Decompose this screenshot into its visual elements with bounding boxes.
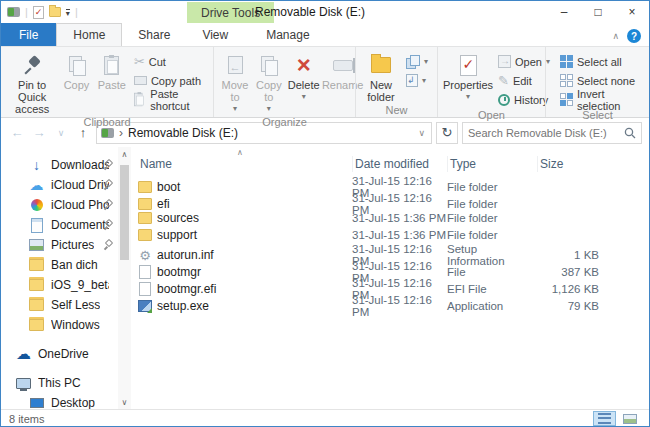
customize-toolbar-icon[interactable]: ▾: [66, 9, 70, 18]
table-row[interactable]: bootmgr31-Jul-15 12:16 PMFile387 KB: [131, 260, 649, 277]
scissors-icon: ✂: [134, 54, 145, 69]
navigation-pane: DownloadsiCloud DriveiCloud PhotoDocumen…: [1, 147, 131, 409]
properties-icon[interactable]: [33, 6, 44, 19]
column-header-date[interactable]: Date modified: [352, 156, 447, 172]
copy-path-button[interactable]: Copy path: [132, 72, 209, 89]
sidebar-item-icloud-drive[interactable]: iCloud Drive: [1, 175, 131, 195]
scrollbar-thumb[interactable]: [120, 165, 129, 260]
sort-ascending-icon: ∧: [237, 148, 243, 157]
status-bar: 8 items: [1, 409, 649, 427]
table-row[interactable]: bootmgr.efi31-Jul-15 12:16 PMEFI File1,1…: [131, 277, 649, 294]
large-icons-view-icon: [623, 414, 637, 424]
sidebar-item-this-pc[interactable]: This PC: [1, 373, 131, 393]
table-row[interactable]: setup.exe31-Jul-15 12:16 PMApplication79…: [131, 294, 649, 311]
sidebar-item-self-less[interactable]: Self Less: [1, 295, 131, 315]
file-name: sources: [154, 211, 352, 225]
table-row[interactable]: sources31-Jul-15 1:36 PMFile folder: [131, 209, 649, 226]
folder-icon: [29, 278, 44, 293]
easy-access-button[interactable]: ▾: [404, 72, 430, 89]
new-folder-icon[interactable]: [49, 7, 61, 17]
file-type: File folder: [447, 181, 537, 193]
drive-icon: [101, 128, 114, 138]
close-button[interactable]: ×: [615, 1, 649, 23]
button-label: Move to: [222, 79, 249, 103]
pin-icon: [104, 180, 114, 190]
paste-shortcut-button[interactable]: Paste shortcut: [132, 91, 209, 108]
open-button[interactable]: Open ▾: [496, 53, 552, 70]
history-button[interactable]: History: [496, 91, 552, 108]
collapse-ribbon-icon[interactable]: ∧: [612, 31, 619, 41]
copy-icon: [69, 56, 85, 75]
chevron-down-icon[interactable]: ∨: [418, 128, 427, 138]
edit-button[interactable]: ✎ Edit: [496, 72, 552, 89]
new-item-button[interactable]: ▾: [404, 53, 430, 70]
properties-button[interactable]: Properties ▾: [442, 49, 494, 103]
folder-icon: [29, 298, 44, 313]
table-row[interactable]: boot31-Jul-15 12:16 PMFile folder: [131, 175, 649, 192]
sidebar-item-ios-9-beta-4-ip[interactable]: iOS_9_beta_4__iP: [1, 275, 131, 295]
maximize-button[interactable]: □: [581, 1, 615, 23]
column-header-name[interactable]: Name: [138, 156, 352, 172]
pin-to-quick-access-button[interactable]: Pin to Quick access: [5, 49, 59, 115]
scroll-down-icon[interactable]: ∨: [122, 395, 128, 409]
tab-view[interactable]: View: [186, 23, 244, 46]
delete-button[interactable]: × Delete ▾: [286, 49, 322, 103]
ribbon-group-open: Properties ▾ Open ▾ ✎ Edit Hist: [437, 47, 545, 117]
table-row[interactable]: autorun.inf31-Jul-15 12:16 PMSetup Infor…: [131, 243, 649, 260]
sidebar-item-downloads[interactable]: Downloads: [1, 155, 131, 175]
folder-icon: [138, 211, 152, 225]
cut-button[interactable]: ✂ Cut: [132, 53, 209, 70]
search-input[interactable]: [468, 127, 624, 139]
help-icon[interactable]: ?: [627, 29, 641, 43]
sidebar-scrollbar[interactable]: ∧ ∨: [118, 147, 131, 409]
table-row[interactable]: support31-Jul-15 1:36 PMFile folder: [131, 226, 649, 243]
column-header-type[interactable]: Type: [447, 156, 537, 172]
sidebar-item-ban-dich[interactable]: Ban dich: [1, 255, 131, 275]
pin-icon: [104, 200, 114, 210]
folder-icon: [138, 197, 152, 211]
details-view-button[interactable]: [593, 411, 616, 426]
rename-icon: [333, 60, 353, 71]
invert-selection-button[interactable]: Invert selection: [558, 91, 645, 108]
easy-access-icon: [406, 74, 418, 87]
paste-button[interactable]: Paste: [94, 49, 130, 91]
column-headers: Name Date modified Type Size: [131, 153, 649, 175]
copy-button[interactable]: Copy: [59, 49, 93, 91]
file-name: efi: [154, 197, 352, 211]
sidebar-item-pictures[interactable]: Pictures: [1, 235, 131, 255]
scroll-up-icon[interactable]: ∧: [122, 147, 128, 161]
table-row[interactable]: efi31-Jul-15 12:16 PMFile folder: [131, 192, 649, 209]
tab-home[interactable]: Home: [56, 23, 122, 46]
pc-icon: [16, 376, 31, 391]
sidebar-item-icloud-photo[interactable]: iCloud Photo: [1, 195, 131, 215]
select-none-button[interactable]: Select none: [558, 72, 645, 89]
group-label-new: New: [360, 103, 433, 118]
sidebar-item-windows[interactable]: Windows: [1, 315, 131, 335]
group-label-organize: Organize: [218, 115, 351, 130]
sidebar-item-label: Pictures: [51, 238, 94, 252]
sidebar-item-onedrive[interactable]: OneDrive: [1, 344, 131, 364]
select-all-button[interactable]: Select all: [558, 53, 645, 70]
sidebar-item-documents[interactable]: Documents: [1, 215, 131, 235]
refresh-button[interactable]: ↻: [436, 122, 458, 144]
copy-to-button[interactable]: Copy to ▾: [252, 49, 286, 115]
paste-shortcut-icon: [134, 93, 143, 106]
large-icons-view-button[interactable]: [618, 411, 641, 426]
button-label: History: [514, 94, 548, 106]
move-to-button[interactable]: Move to ▾: [218, 49, 252, 115]
delete-icon: ×: [297, 54, 311, 76]
window-title: Removable Disk (E:): [255, 1, 365, 23]
desktop-icon: [29, 396, 44, 410]
ribbon-controls: ∧ ?: [612, 29, 641, 43]
file-name: autorun.inf: [154, 248, 352, 262]
tab-manage[interactable]: Manage: [250, 23, 325, 46]
new-folder-button[interactable]: New folder: [360, 49, 402, 103]
column-header-size[interactable]: Size: [537, 156, 607, 172]
tab-share[interactable]: Share: [122, 23, 186, 46]
sidebar-item-desktop[interactable]: Desktop: [1, 393, 131, 409]
file-date-modified: 31-Jul-15 1:36 PM: [352, 229, 447, 241]
folder-icon: [138, 228, 152, 242]
tab-file[interactable]: File: [1, 23, 56, 46]
onedrive-icon: [16, 347, 31, 362]
minimize-button[interactable]: –: [547, 1, 581, 23]
